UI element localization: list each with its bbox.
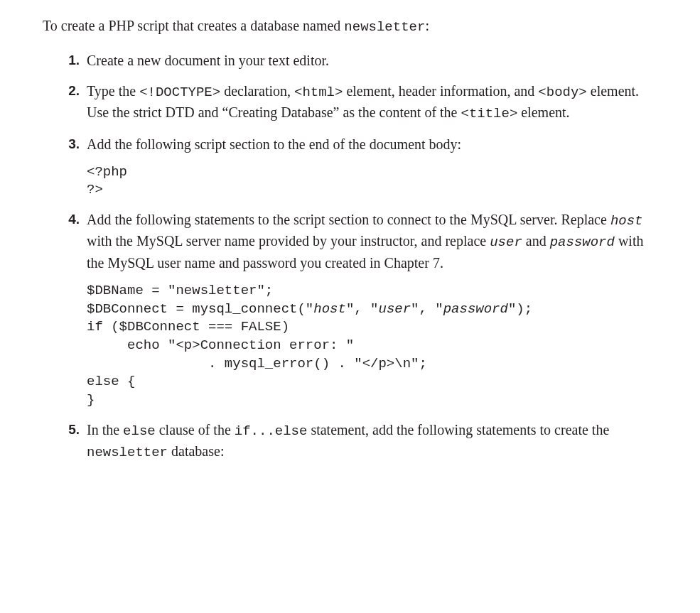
text-run: clause of the [156,422,235,438]
inline-code-italic: user [378,301,411,317]
text-run: Create a new document in your text edito… [87,53,329,68]
step-2: 2. Type the <!DOCTYPE> declaration, <htm… [87,81,657,124]
step-number: 2. [61,81,80,101]
step-number: 3. [61,134,80,154]
intro-code: newsletter [344,19,425,35]
step-1: 1. Create a new document in your text ed… [87,50,657,71]
code-block: <?php ?> [87,163,657,200]
text-run: declaration, [220,83,294,99]
inline-code: ", " [411,301,443,317]
inline-code: <?php ?> [87,164,127,198]
text-run: with the MySQL server name provided by y… [87,233,490,249]
inline-code: newsletter [87,445,168,460]
step-text: Create a new document in your text edito… [87,50,657,71]
inline-code-italic: host [610,213,643,229]
inline-code-italic: host [313,301,346,317]
inline-code: $DBName = "newsletter"; $DBConnect = mys… [87,283,313,317]
step-5: 5. In the else clause of the if...else s… [87,420,657,463]
step-4: 4. Add the following statements to the s… [87,210,657,410]
step-number: 1. [61,50,80,70]
step-number: 5. [61,420,80,440]
step-number: 4. [61,210,80,229]
step-text: Add the following script section to the … [87,134,657,155]
inline-code: if...else [235,423,308,439]
text-run: element. [517,104,569,120]
inline-code: ", " [346,301,379,317]
inline-code: else [123,423,156,439]
inline-code-italic: password [550,234,615,250]
inline-code: <html> [294,85,343,100]
inline-code: <body> [538,85,586,100]
intro-post: : [425,18,429,33]
text-run: Type the [87,83,139,99]
inline-code-italic: user [490,234,522,250]
inline-code: <!DOCTYPE> [139,85,220,100]
step-text: In the else clause of the if...else stat… [87,420,657,463]
step-text: Add the following statements to the scri… [87,210,657,273]
intro-paragraph: To create a PHP script that creates a da… [43,16,657,38]
text-run: statement, add the follow­ing statements… [307,422,609,438]
inline-code-italic: password [443,301,508,317]
text-run: element, header infor­mation, and [343,83,538,99]
step-list: 1. Create a new document in your text ed… [43,50,657,463]
inline-code: "); if ($DBConnect === FALSE) echo "<p>C… [87,301,532,408]
step-3: 3. Add the following script section to t… [87,134,657,200]
inline-code: <title> [461,106,517,121]
code-block: $DBName = "newsletter"; $DBConnect = mys… [87,282,657,409]
text-run: Add the following script section to the … [87,136,461,152]
text-run: In the [87,422,123,438]
text-run: database: [168,443,224,459]
intro-pre: To create a PHP script that creates a da… [43,18,344,33]
text-run: and [522,233,550,249]
text-run: Add the following statements to the scri… [87,212,610,227]
step-text: Type the <!DOCTYPE> declaration, <html> … [87,81,657,124]
